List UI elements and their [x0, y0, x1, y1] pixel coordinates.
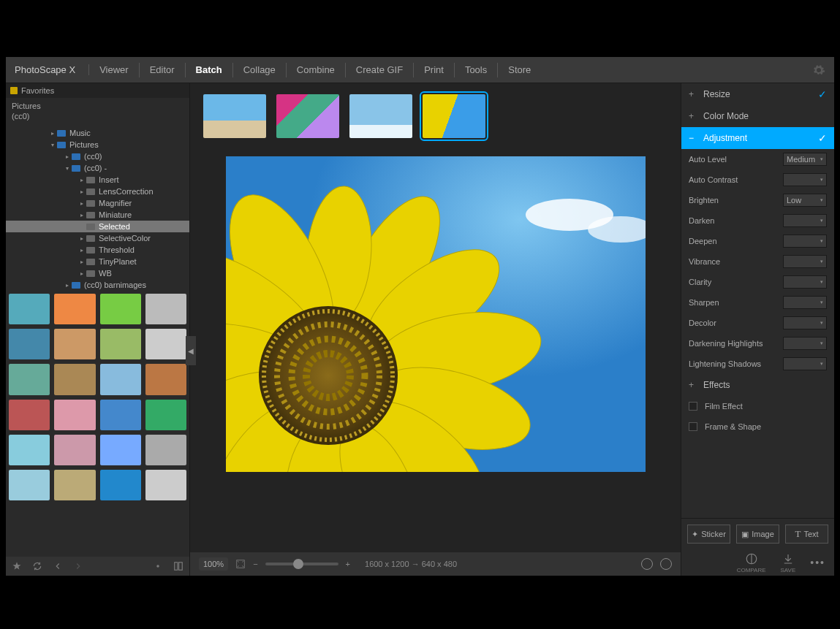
thumbnail[interactable] [100, 329, 141, 359]
tree-node[interactable]: ▸Music [6, 127, 189, 139]
nav-back-icon[interactable] [53, 561, 63, 571]
tab-viewer[interactable]: Viewer [89, 57, 139, 83]
tree-node[interactable]: ▸LensCorrection [6, 186, 189, 197]
strip-thumb-selected[interactable] [423, 94, 485, 138]
expand-arrow-icon[interactable]: ▸ [79, 235, 85, 242]
resize-section[interactable]: + Resize ✓ [681, 83, 834, 105]
thumbnail[interactable] [145, 294, 186, 324]
expand-arrow-icon[interactable]: ▸ [79, 270, 85, 277]
tree-node[interactable]: ▸WB [6, 267, 189, 279]
thumbnail[interactable] [100, 435, 141, 465]
zoom-percent[interactable]: 100% [199, 557, 228, 571]
more-menu-icon[interactable]: ••• [810, 557, 825, 568]
adjustment-dropdown[interactable]: ▾ [783, 173, 827, 186]
favorites-header[interactable]: Favorites [6, 83, 189, 98]
checkbox-icon[interactable] [689, 402, 697, 411]
adjustment-dropdown[interactable]: ▾ [783, 357, 827, 370]
layout-toggle-icon[interactable] [173, 561, 183, 571]
frame-shape-row[interactable]: Frame & Shape [681, 416, 834, 437]
text-button[interactable]: TText [785, 525, 828, 544]
expand-arrow-icon[interactable]: ▾ [50, 142, 56, 148]
thumbnail[interactable] [9, 329, 50, 359]
expand-arrow-icon[interactable]: ▸ [79, 212, 85, 218]
strip-thumb[interactable] [276, 94, 339, 138]
tab-combine[interactable]: Combine [287, 57, 345, 83]
tab-collage[interactable]: Collage [233, 57, 286, 83]
thumbnail[interactable] [9, 435, 50, 465]
thumbnail[interactable] [100, 364, 141, 394]
tree-node[interactable]: ▸SelectiveColor [6, 232, 189, 244]
tab-editor[interactable]: Editor [140, 57, 185, 83]
tree-node[interactable]: ▸Magnifier [6, 197, 189, 209]
adjustment-dropdown[interactable]: ▾ [783, 275, 827, 289]
zoom-slider-knob[interactable] [293, 559, 303, 569]
thumbnail[interactable] [54, 294, 95, 324]
tree-node[interactable]: ▸TinyPlanet [6, 256, 189, 267]
thumbnail[interactable] [54, 329, 95, 359]
thumbnail[interactable] [9, 400, 50, 430]
tree-node[interactable]: ▾Pictures [6, 139, 189, 150]
thumbnail[interactable] [9, 470, 50, 500]
tree-node[interactable]: ▸Threshold [6, 244, 189, 256]
thumbnail[interactable] [100, 294, 141, 324]
favorite-star-icon[interactable] [12, 561, 22, 571]
compare-button[interactable]: COMPARE [737, 552, 766, 573]
adjustment-dropdown[interactable]: ▾ [783, 296, 827, 309]
expand-arrow-icon[interactable]: ▸ [79, 177, 85, 183]
tree-node[interactable]: ▾(cc0) - [6, 162, 189, 174]
thumbnail[interactable] [145, 329, 186, 359]
tree-node[interactable]: ▸Miniature [6, 209, 189, 221]
strip-thumb[interactable] [349, 94, 412, 138]
adjustment-dropdown[interactable]: ▾ [783, 316, 827, 329]
strip-thumb[interactable] [203, 94, 266, 138]
batch-strip[interactable] [190, 83, 681, 149]
thumbnail[interactable] [145, 400, 186, 430]
tab-tools[interactable]: Tools [455, 57, 497, 83]
thumbnail[interactable] [145, 364, 186, 394]
adjustment-dropdown[interactable]: Low▾ [783, 194, 827, 207]
adjustment-section[interactable]: − Adjustment ✓ [681, 127, 834, 149]
expand-arrow-icon[interactable]: ▸ [79, 247, 85, 253]
expand-arrow-icon[interactable]: ▸ [79, 188, 85, 195]
effects-section[interactable]: + Effects [681, 374, 834, 396]
thumbnail[interactable] [145, 435, 186, 465]
collapse-sidebar-handle[interactable]: ◀ [186, 336, 196, 365]
color-mode-section[interactable]: + Color Mode [681, 105, 834, 127]
expand-arrow-icon[interactable]: ▸ [79, 259, 85, 265]
thumbnail[interactable] [54, 470, 95, 500]
tree-node[interactable]: ▸(cc0) barnimages [6, 279, 189, 291]
image-button[interactable]: ▣Image [736, 525, 779, 544]
zoom-plus[interactable]: + [346, 560, 350, 568]
view-settings-icon[interactable] [153, 561, 163, 571]
undo-icon[interactable] [641, 558, 653, 570]
film-effect-row[interactable]: Film Effect [681, 396, 834, 416]
thumbnail[interactable] [9, 294, 50, 324]
sticker-button[interactable]: ✦Sticker [687, 525, 730, 544]
thumbnail[interactable] [54, 435, 95, 465]
checkbox-icon[interactable] [689, 422, 697, 431]
expand-arrow-icon[interactable]: ▸ [64, 153, 70, 160]
tab-batch[interactable]: Batch [186, 57, 232, 83]
expand-arrow-icon[interactable]: ▸ [64, 282, 70, 289]
adjustment-dropdown[interactable]: ▾ [783, 235, 827, 248]
zoom-slider[interactable] [265, 563, 338, 565]
thumbnail[interactable] [100, 400, 141, 430]
thumbnail[interactable] [54, 400, 95, 430]
thumbnail[interactable] [145, 470, 186, 500]
folder-tree[interactable]: ▸Music▾Pictures▸(cc0)▾(cc0) -▸Insert▸Len… [6, 124, 189, 291]
tab-print[interactable]: Print [414, 57, 454, 83]
fit-screen-icon[interactable] [235, 559, 246, 569]
adjustment-dropdown[interactable]: Medium▾ [783, 153, 827, 166]
adjustment-dropdown[interactable]: ▾ [783, 337, 827, 350]
thumbnail[interactable] [9, 364, 50, 394]
thumbnail[interactable] [54, 364, 95, 394]
save-button[interactable]: SAVE [781, 552, 796, 573]
preview-image[interactable] [226, 156, 646, 472]
thumbnail[interactable] [100, 470, 141, 500]
adjustment-dropdown[interactable]: ▾ [783, 255, 827, 268]
expand-arrow-icon[interactable]: ▾ [64, 165, 70, 172]
tree-node[interactable]: ▸(cc0) [6, 150, 189, 162]
zoom-minus[interactable]: − [253, 560, 257, 568]
expand-arrow-icon[interactable]: ▸ [50, 130, 56, 137]
expand-arrow-icon[interactable]: ▸ [79, 200, 85, 207]
